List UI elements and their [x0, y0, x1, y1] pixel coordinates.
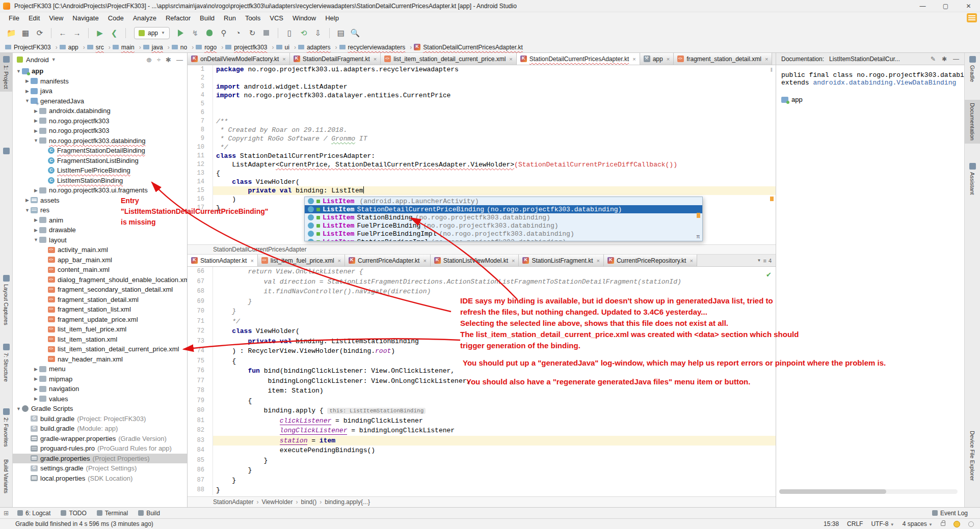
- completion-item-ListItemStationDetailCurrentPriceBinding[interactable]: ListItemStationDetailCurrentPriceBinding…: [305, 205, 702, 213]
- menu-view[interactable]: View: [44, 13, 68, 23]
- code-breadcrumb-ViewHolder[interactable]: ViewHolder: [261, 498, 293, 506]
- indent-selector[interactable]: 4 spaces ▼: [903, 520, 933, 527]
- gear-icon[interactable]: ✱: [942, 55, 947, 63]
- hide-panel-icon[interactable]: —: [176, 56, 183, 64]
- stripe-build-variants[interactable]: Build Variants: [0, 456, 12, 496]
- tree-item-ListItemFuelPriceBinding[interactable]: ListItemFuelPriceBinding: [13, 165, 187, 176]
- stripe-icon[interactable]: [0, 145, 12, 157]
- breadcrumb-java[interactable]: java›: [143, 44, 170, 51]
- tree-item-gradle-wrapper-properties[interactable]: gradle-wrapper.properties(Gradle Version…: [13, 434, 187, 444]
- expanded-icon[interactable]: ▼: [24, 208, 30, 213]
- tree-item-nav-header-main-xml[interactable]: nav_header_main.xml: [13, 354, 187, 365]
- menu-edit[interactable]: Edit: [24, 13, 44, 23]
- stripe-1-project[interactable]: 1: Project: [0, 53, 12, 92]
- tree-item-menu[interactable]: ▶menu: [13, 364, 187, 374]
- project-view-selector[interactable]: Android: [26, 56, 49, 64]
- breadcrumb-adapters[interactable]: adapters›: [298, 44, 337, 51]
- save-icon[interactable]: ▦: [19, 27, 32, 39]
- collapsed-icon[interactable]: ▶: [33, 217, 39, 222]
- expanded-icon[interactable]: ▼: [33, 138, 39, 143]
- tree-item-FragmentStationDetailBinding[interactable]: FragmentStationDetailBinding: [13, 146, 187, 156]
- tab-StationDetailFragment-kt[interactable]: StationDetailFragment.kt×: [290, 53, 381, 65]
- tree-item-no-rogo-projectfk303-databinding[interactable]: ▼no.rogo.projectfk303.databinding: [13, 136, 187, 146]
- stripe-layout-captures[interactable]: Layout Captures: [0, 272, 12, 328]
- feedback-smiley-icon[interactable]: [953, 521, 960, 527]
- doc-superclass-link[interactable]: androidx.databinding.ViewDataBinding: [813, 79, 956, 87]
- code-breadcrumb-bind-[interactable]: bind(): [301, 498, 317, 506]
- open-icon[interactable]: 📁: [5, 27, 17, 39]
- stripe-assistant[interactable]: Assistant: [965, 160, 980, 198]
- indicator-icon[interactable]: [968, 521, 974, 527]
- collapsed-icon[interactable]: ▶: [33, 108, 39, 114]
- menu-help[interactable]: Help: [321, 13, 343, 23]
- editor1-error-stripe-mark[interactable]: [770, 197, 774, 201]
- toolwindow-todo[interactable]: TODO: [56, 508, 91, 518]
- stripe-7-structure[interactable]: 7: Structure: [0, 341, 12, 385]
- menu-navigate[interactable]: Navigate: [68, 13, 103, 23]
- stripe-documentation[interactable]: Documentation: [965, 100, 980, 144]
- rerun-icon[interactable]: ↻: [246, 27, 258, 39]
- toolwindow-terminal[interactable]: Terminal: [92, 508, 133, 518]
- stripe-device-file-explorer[interactable]: Device File Explorer: [965, 428, 980, 484]
- attach-debugger-icon[interactable]: ⚲: [218, 27, 230, 39]
- tab-CurrentPriceRepository-kt[interactable]: CurrentPriceRepository.kt×: [604, 255, 697, 266]
- completion-item-ListItemStationBindingImpl[interactable]: ListItemStationBindingImpl (no.rogo.proj…: [305, 238, 702, 241]
- tree-item-Gradle-Scripts[interactable]: ▼Gradle Scripts: [13, 404, 187, 414]
- breadcrumb-StationDetailCurrentPricesAdapter.kt[interactable]: StationDetailCurrentPricesAdapter.kt: [414, 44, 522, 51]
- tree-item-no-rogo-projectfk303-ui-fragments[interactable]: ▶no.rogo.projectfk303.ui.fragments: [13, 185, 187, 196]
- tree-item-generatedJava[interactable]: ▼generatedJava: [13, 96, 187, 106]
- tree-item-settings-gradle[interactable]: settings.gradle(Project Settings): [13, 463, 187, 474]
- line-ending-selector[interactable]: CRLF: [847, 520, 863, 527]
- collapsed-icon[interactable]: ▶: [33, 128, 39, 133]
- expanded-icon[interactable]: ▼: [16, 69, 21, 74]
- tree-item-fragment-secondary-station-detail-xml[interactable]: fragment_secondary_station_detail.xml: [13, 285, 187, 295]
- locate-icon[interactable]: ⊕: [146, 56, 152, 64]
- tree-item-fragment-station-list-xml[interactable]: fragment_station_list.xml: [13, 304, 187, 315]
- expanded-icon[interactable]: ▼: [16, 406, 21, 411]
- close-tab-icon[interactable]: ×: [282, 56, 285, 62]
- tree-item-activity-main-xml[interactable]: activity_main.xml: [13, 245, 187, 255]
- chevron-down-icon[interactable]: ▼: [51, 57, 56, 62]
- tab-onDetailViewModelFactory-kt[interactable]: onDetailViewModelFactory.kt×: [188, 53, 290, 65]
- run-config-selector[interactable]: app▼: [134, 27, 170, 39]
- collapsed-icon[interactable]: ▶: [33, 386, 39, 392]
- close-tab-icon[interactable]: ×: [512, 258, 515, 264]
- tree-item-no-rogo-projectfk303[interactable]: ▶no.rogo.projectfk303: [13, 116, 187, 126]
- tree-item-list-item-station-detail-current-price-xml[interactable]: list_item_station_detail_current_price.x…: [13, 344, 187, 354]
- breadcrumb-ui[interactable]: ui›: [276, 44, 296, 51]
- code-breadcrumb-StationAdapter[interactable]: StationAdapter: [213, 498, 253, 506]
- profiler-icon[interactable]: ◔: [232, 27, 244, 39]
- breadcrumb-projectfk303[interactable]: projectfk303›: [225, 44, 274, 51]
- close-tab-icon[interactable]: ×: [765, 56, 768, 62]
- gear-icon[interactable]: ✱: [166, 56, 171, 64]
- tab-app[interactable]: app×: [640, 53, 674, 65]
- avd-manager-icon[interactable]: ▯: [283, 27, 296, 39]
- tree-item-list-item-station-xml[interactable]: list_item_station.xml: [13, 335, 187, 345]
- sync-icon[interactable]: ⟳: [34, 27, 46, 39]
- breadcrumb-recyclerviewadapters[interactable]: recyclerviewadapters›: [339, 44, 412, 51]
- menu-build[interactable]: Build: [195, 13, 219, 23]
- completion-item-ListItemStationBinding[interactable]: ListItemStationBinding (no.rogo.projectf…: [305, 213, 702, 221]
- minimize-button[interactable]: —: [911, 0, 934, 12]
- tree-item-layout[interactable]: ▼layout: [13, 235, 187, 245]
- menu-analyze[interactable]: Analyze: [128, 13, 161, 23]
- menu-refactor[interactable]: Refactor: [161, 13, 195, 23]
- code-breadcrumb-binding-apply-[interactable]: binding.apply{...}: [325, 498, 370, 506]
- close-tab-icon[interactable]: ×: [423, 258, 426, 264]
- notification-icon[interactable]: [967, 13, 977, 22]
- tool-window-switcher-icon[interactable]: ⊞: [0, 510, 12, 517]
- editor1-scrollbar[interactable]: ‖: [771, 67, 773, 73]
- completion-item-ListItem[interactable]: ListItem (android.app.LauncherActivity): [305, 197, 702, 205]
- run-button[interactable]: [175, 27, 187, 39]
- tab-StationListFragment-kt[interactable]: StationListFragment.kt×: [519, 255, 604, 266]
- stop-button[interactable]: [260, 27, 273, 39]
- debug-button[interactable]: [203, 27, 216, 39]
- collapsed-icon[interactable]: ▶: [33, 367, 39, 372]
- tree-item-app-bar-main-xml[interactable]: app_bar_main.xml: [13, 255, 187, 265]
- toolwindow-event-log[interactable]: Event Log: [927, 510, 973, 517]
- toolwindow-build[interactable]: Build: [133, 508, 165, 518]
- breadcrumb-main[interactable]: main›: [113, 44, 141, 51]
- expanded-icon[interactable]: ▼: [33, 237, 39, 242]
- tree-item-proguard-rules-pro[interactable]: proguard-rules.pro(ProGuard Rules for ap…: [13, 443, 187, 454]
- breadcrumb-src[interactable]: src›: [87, 44, 111, 51]
